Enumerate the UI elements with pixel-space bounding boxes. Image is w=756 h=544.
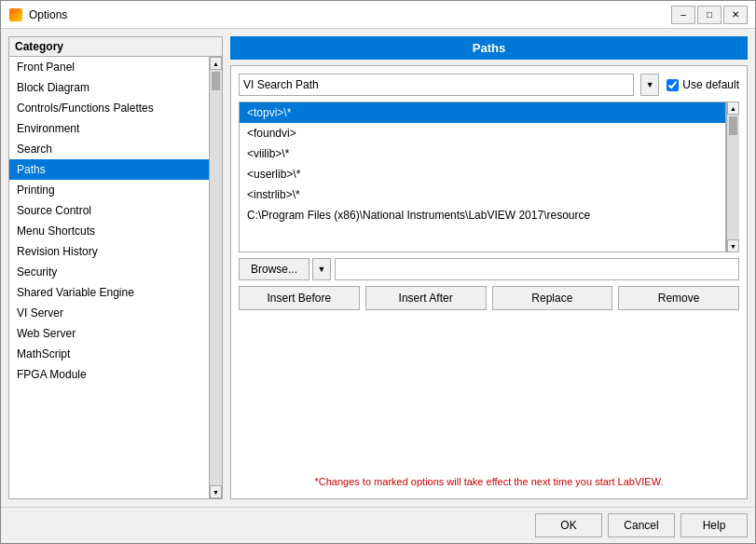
minimize-button[interactable]: – [671,6,695,24]
panel-header: Paths [230,36,748,60]
restore-button[interactable]: □ [697,6,722,24]
path-item-instrlib[interactable]: <instrlib>\* [240,184,725,205]
app-icon [8,7,23,22]
content-area: Category Front PanelBlock DiagramControl… [1,29,755,507]
sidebar-item-paths[interactable]: Paths [9,159,209,180]
sidebar-item-security[interactable]: Security [9,262,209,282]
dropdown-label: VI Search Path [243,78,319,91]
title-bar: Options – □ ✕ [1,1,755,29]
sidebar: Category Front PanelBlock DiagramControl… [8,36,223,499]
dropdown-arrow-btn[interactable]: ▼ [640,74,659,96]
remove-button[interactable]: Remove [618,286,739,310]
sidebar-scroll-down[interactable]: ▼ [210,485,222,498]
path-scroll-down[interactable]: ▼ [727,239,739,252]
sidebar-scroll-up[interactable]: ▲ [210,57,222,70]
sidebar-item-source-control[interactable]: Source Control [9,200,209,221]
browse-dropdown-arrow[interactable]: ▼ [312,258,331,280]
sidebar-item-menu-shortcuts[interactable]: Menu Shortcuts [9,221,209,241]
use-default-checkbox[interactable] [667,79,679,91]
footer: OK Cancel Help [1,507,755,543]
path-item-userlib[interactable]: <userlib>\* [240,164,725,184]
options-window: Options – □ ✕ Category Front PanelBlock … [0,0,756,544]
sidebar-item-revision-history[interactable]: Revision History [9,241,209,262]
path-list: <topvi>\*<foundvi><viilib>\*<userlib>\*<… [239,102,726,252]
help-button[interactable]: Help [680,513,748,537]
sidebar-item-front-panel[interactable]: Front Panel [9,57,209,77]
sidebar-item-web-server[interactable]: Web Server [9,323,209,344]
sidebar-item-search[interactable]: Search [9,139,209,159]
sidebar-item-fpga-module[interactable]: FPGA Module [9,364,209,385]
path-list-scrollbar: ▲ ▼ [726,102,739,252]
sidebar-item-environment[interactable]: Environment [9,118,209,139]
sidebar-scroll-container: Front PanelBlock DiagramControls/Functio… [9,57,222,498]
sidebar-item-shared-variable-engine[interactable]: Shared Variable Engine [9,282,209,303]
path-scroll-up[interactable]: ▲ [727,102,739,115]
sidebar-scroll-thumb [212,72,220,90]
use-default-container: Use default [667,78,739,91]
sidebar-item-printing[interactable]: Printing [9,180,209,200]
sidebar-item-vi-server[interactable]: VI Server [9,303,209,323]
action-row: Insert Before Insert After Replace Remov… [239,286,739,310]
path-scroll-thumb [729,116,737,135]
path-item-foundvi[interactable]: <foundvi> [240,123,725,143]
insert-before-button[interactable]: Insert Before [239,286,360,310]
sidebar-list: Front PanelBlock DiagramControls/Functio… [9,57,209,498]
panel-body: VI Search Path ▼ Use default <topvi>\*<f… [230,65,748,499]
browse-input[interactable] [335,258,739,280]
vi-search-path-dropdown[interactable]: VI Search Path [239,74,634,96]
browse-button[interactable]: Browse... [239,258,309,280]
use-default-label: Use default [682,78,739,91]
notice-text: *Changes to marked options will take eff… [239,472,739,491]
path-item-progfiles[interactable]: C:\Program Files (x86)\National Instrume… [240,205,725,225]
sidebar-item-block-diagram[interactable]: Block Diagram [9,77,209,98]
sidebar-scroll-track [210,70,222,485]
window-controls: – □ ✕ [671,6,748,24]
sidebar-item-mathscript[interactable]: MathScript [9,344,209,364]
dropdown-row: VI Search Path ▼ Use default [239,74,739,96]
path-scroll-track [727,115,739,239]
main-panel: Paths VI Search Path ▼ Use default [230,36,748,499]
window-title: Options [29,8,671,21]
browse-row: Browse... ▼ [239,258,739,280]
sidebar-header: Category [9,37,222,57]
replace-button[interactable]: Replace [492,286,613,310]
close-button[interactable]: ✕ [723,6,748,24]
ok-button[interactable]: OK [535,513,602,537]
spacer [239,316,739,467]
sidebar-item-controls-functions-palettes[interactable]: Controls/Functions Palettes [9,98,209,118]
path-list-container: <topvi>\*<foundvi><viilib>\*<userlib>\*<… [239,102,739,252]
cancel-button[interactable]: Cancel [608,513,675,537]
path-item-topvi[interactable]: <topvi>\* [240,102,725,123]
sidebar-scrollbar: ▲ ▼ [209,57,222,498]
path-item-viilib[interactable]: <viilib>\* [240,143,725,164]
insert-after-button[interactable]: Insert After [365,286,487,310]
